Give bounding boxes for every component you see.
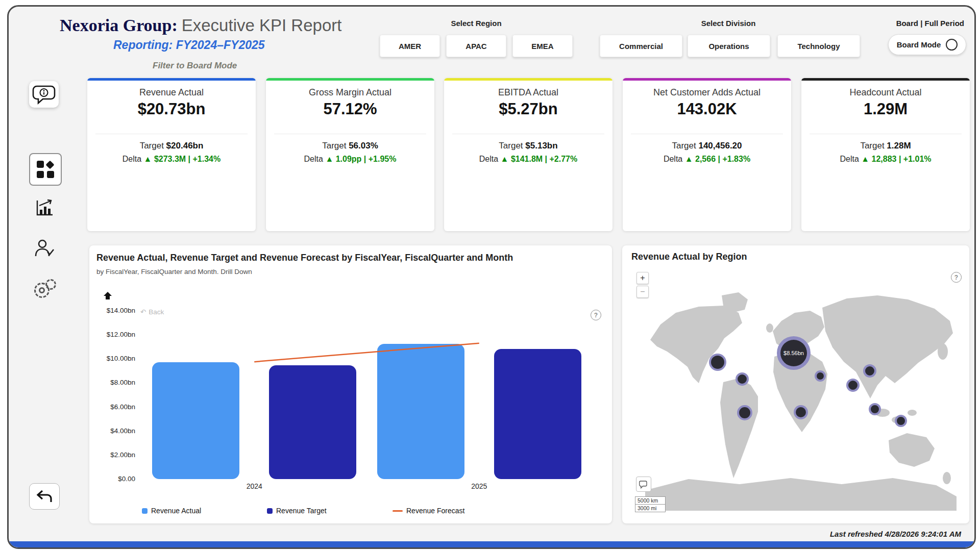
- kpi-accent-bar: [87, 78, 256, 81]
- kpi-card-revenue: Revenue Actual $20.73bn Target $20.46bn …: [87, 78, 256, 231]
- legend-item-revenue-target[interactable]: Revenue Target: [267, 507, 327, 515]
- user-check-icon: [34, 238, 55, 259]
- analytics-page-button[interactable]: [33, 196, 56, 219]
- region-button-apac[interactable]: APAC: [446, 35, 506, 57]
- y-axis-tick: $4.00bn: [89, 427, 135, 436]
- y-axis-tick: $12.00bn: [89, 330, 135, 339]
- kpi-accent-bar: [266, 78, 434, 81]
- x-axis-label: 2025: [367, 482, 592, 490]
- kpi-value: $20.73bn: [87, 100, 256, 118]
- legend-line-forecast: [393, 510, 403, 512]
- legend-item-revenue-forecast[interactable]: Revenue Forecast: [393, 507, 464, 515]
- map-bubble[interactable]: [863, 364, 876, 378]
- region-button-amer[interactable]: AMER: [380, 35, 440, 57]
- dashboard-grid-icon: [37, 161, 54, 178]
- kpi-target-delta: Target $5.13bn Delta ▲ $141.8M | +2.77%: [452, 134, 604, 164]
- balloon-icon: [639, 480, 648, 489]
- y-axis-tick: $6.00bn: [89, 403, 135, 412]
- y-axis-tick: $0.00: [89, 474, 135, 484]
- bar-2024-revenue-target[interactable]: [269, 365, 356, 479]
- info-button[interactable]: [29, 81, 59, 108]
- world-map[interactable]: [622, 276, 969, 511]
- bar-2024-revenue-actual[interactable]: [152, 362, 239, 479]
- gears-icon: [33, 278, 55, 298]
- kpi-card-headcount: Headcount Actual 1.29M Target 1.28M Delt…: [801, 78, 970, 231]
- kpi-target-delta: Target 1.28M Delta ▲ 12,883 | +1.01%: [810, 134, 962, 164]
- map-title: Revenue Actual by Region: [631, 252, 747, 262]
- kpi-target-delta: Target 140,456.20 Delta ▲ 2,566 | +1.83%: [631, 134, 783, 164]
- map-bubble[interactable]: [846, 379, 860, 392]
- kpi-value: 143.02K: [623, 100, 791, 118]
- region-button-emea[interactable]: EMEA: [512, 35, 573, 57]
- scale-km: 5000 km: [635, 497, 665, 505]
- board-period-label: Board | Full Period: [856, 19, 964, 28]
- y-axis-tick: $8.00bn: [89, 378, 135, 387]
- target-value: 140,456.20: [698, 141, 742, 151]
- page-title: Nexoria Group:Executive KPI Report: [60, 16, 341, 35]
- division-button-commercial[interactable]: Commercial: [600, 35, 682, 57]
- target-value: $5.13bn: [525, 141, 557, 151]
- map-bubble[interactable]: [869, 403, 881, 415]
- target-value: 56.03%: [349, 141, 378, 151]
- kpi-title: Headcount Actual: [801, 87, 970, 98]
- map-bubble[interactable]: [736, 372, 749, 386]
- dashboard-page-button[interactable]: [29, 153, 62, 186]
- target-label: Target: [672, 141, 696, 151]
- map-bubble[interactable]: [709, 354, 726, 371]
- map-bubble[interactable]: [794, 405, 808, 419]
- customers-page-button[interactable]: [33, 237, 56, 260]
- legend-label: Revenue Forecast: [406, 507, 464, 515]
- chart-legend: Revenue Actual Revenue Target Revenue Fo…: [89, 507, 612, 519]
- select-region-label: Select Region: [395, 19, 558, 28]
- kpi-target-delta: Target 56.03% Delta ▲ 1.09pp | +1.95%: [274, 134, 426, 164]
- delta-value: ▲ 1.09pp | +1.95%: [325, 155, 396, 163]
- undo-arrow-icon: [35, 488, 54, 505]
- division-button-technology[interactable]: Technology: [777, 35, 860, 57]
- delta-value: ▲ $141.8M | +2.77%: [501, 155, 578, 163]
- board-mode-label: Board Mode: [897, 40, 941, 49]
- last-refreshed: Last refreshed 4/28/2026 9:24:01 AM: [830, 530, 961, 538]
- dashboard-root: Nexoria Group:Executive KPI Report Repor…: [7, 5, 976, 549]
- trend-chart-icon: [34, 197, 55, 218]
- bar-2025-revenue-target[interactable]: [494, 349, 581, 479]
- x-axis-label: 2024: [142, 482, 367, 490]
- target-value: 1.28M: [887, 141, 911, 151]
- home-icon[interactable]: [103, 291, 112, 302]
- help-icon[interactable]: ?: [591, 310, 601, 320]
- map-scale: 5000 km 3000 mi: [635, 496, 666, 512]
- reporting-period: Reporting: FY2024–FY2025: [113, 38, 265, 52]
- map-bubble[interactable]: [737, 405, 752, 420]
- map-bubble[interactable]: $8.56bn: [777, 336, 811, 370]
- kpi-card-ebitda: EBITDA Actual $5.27bn Target $5.13bn Del…: [444, 78, 612, 231]
- board-mode-toggle[interactable]: Board Mode: [888, 34, 966, 55]
- y-axis-tick: $14.00bn: [89, 306, 135, 315]
- map-bubble[interactable]: [815, 370, 826, 382]
- legend-item-revenue-actual[interactable]: Revenue Actual: [142, 507, 201, 515]
- kpi-value: 1.29M: [801, 100, 970, 118]
- target-value: $20.46bn: [166, 141, 204, 151]
- target-label: Target: [860, 141, 884, 151]
- scale-mi: 3000 mi: [635, 505, 665, 512]
- kpi-accent-bar: [444, 78, 612, 81]
- division-button-operations[interactable]: Operations: [688, 35, 770, 57]
- kpi-title: Revenue Actual: [87, 87, 256, 98]
- map-bubble[interactable]: [895, 415, 907, 427]
- filter-note: Filter to Board Mode: [153, 61, 237, 71]
- map-pin-button[interactable]: [636, 477, 651, 492]
- legend-swatch-actual: [142, 508, 148, 514]
- undo-button[interactable]: [29, 483, 60, 510]
- delta-value: ▲ 2,566 | +1.83%: [685, 155, 750, 163]
- delta-value: ▲ $273.3M | +1.34%: [144, 155, 221, 163]
- delta-label: Delta: [664, 155, 682, 163]
- target-label: Target: [322, 141, 346, 151]
- legend-label: Revenue Target: [276, 507, 327, 515]
- target-label: Target: [499, 141, 523, 151]
- bar-2025-revenue-actual[interactable]: [377, 344, 464, 479]
- report-name: Executive KPI Report: [182, 16, 342, 35]
- kpi-target-delta: Target $20.46bn Delta ▲ $273.3M | +1.34%: [95, 134, 248, 164]
- legend-swatch-target: [267, 508, 273, 514]
- region-map-panel: Revenue Actual by Region ? + − $: [622, 245, 969, 523]
- bar-chart-plot: 20242025: [142, 311, 592, 479]
- settings-page-button[interactable]: [32, 277, 56, 299]
- toggle-circle-icon: [946, 39, 958, 51]
